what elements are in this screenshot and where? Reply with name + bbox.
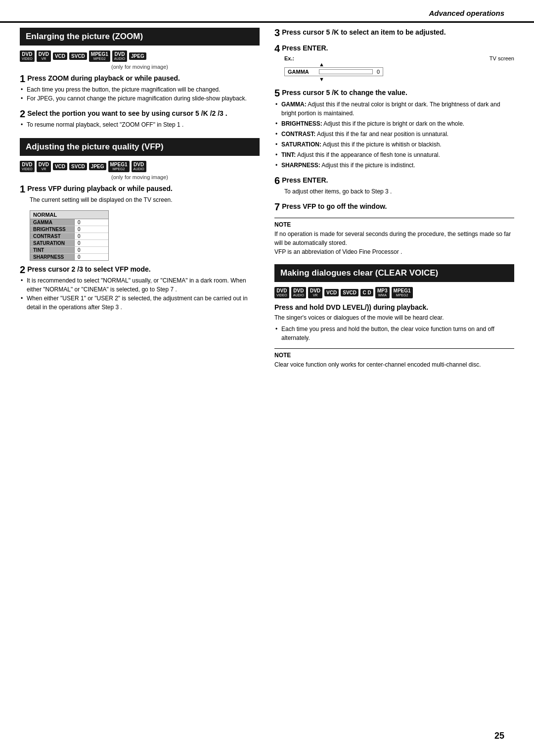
section-vfp-title: Adjusting the picture quality (VFP) bbox=[20, 138, 260, 156]
cv-note-section: NOTE Clear voice function only works for… bbox=[274, 348, 514, 369]
zoom-step2-num: 2 bbox=[20, 109, 25, 119]
zoom-step1-num: 1 bbox=[20, 74, 25, 84]
cv-badge-svcd: SVCD bbox=[341, 289, 358, 296]
cv-badge-dvd-audio: DVDAUDIO bbox=[291, 287, 306, 298]
cv-bullets: Each time you press and hold the button,… bbox=[274, 325, 514, 342]
cv-note-line-1: Clear voice function only works for cent… bbox=[274, 360, 514, 369]
zoom-step1-title: Press ZOOM during playback or while paus… bbox=[27, 74, 180, 83]
step5: 5 Press cursor 5 /K to change the value.… bbox=[274, 88, 514, 170]
badge-dvd-video: DVDVIDEO bbox=[20, 50, 35, 62]
vfp-badge-vcd: VCD bbox=[53, 163, 67, 170]
vfp-step1-body: The current setting will be displayed on… bbox=[30, 195, 260, 204]
right-column: 3 Press cursor 5 /K to select an item to… bbox=[274, 28, 514, 375]
step4-num: 4 bbox=[274, 44, 280, 53]
step7-num: 7 bbox=[274, 202, 280, 212]
zoom-badge-row: DVDVIDEO DVDVR VCD SVCD MPEG1MPEG2 DVDAU… bbox=[20, 50, 260, 62]
step7-title: Press VFP to go off the window. bbox=[282, 202, 387, 211]
note-line-2: VFP is an abbreviation of Video Fine Pro… bbox=[274, 247, 514, 256]
badge-svcd: SVCD bbox=[69, 52, 87, 60]
badge-mpeg1-2: MPEG1MPEG2 bbox=[89, 50, 110, 62]
detail-sharpness: SHARPNESS: Adjust this if the picture is… bbox=[274, 161, 514, 170]
zoom-bullet-2: For JPEG, you cannot change the picture … bbox=[20, 94, 260, 103]
zoom-step2-bullet-1: To resume normal playback, select "ZOOM … bbox=[20, 120, 260, 129]
note-line-1: If no operation is made for several seco… bbox=[274, 230, 514, 247]
section-zoom: Enlarging the picture (ZOOM) DVDVIDEO DV… bbox=[20, 28, 260, 129]
cv-badge-mp3-wma: MP3WMA bbox=[375, 287, 390, 298]
step5-num: 5 bbox=[274, 88, 280, 98]
section-vfp: Adjusting the picture quality (VFP) DVDV… bbox=[20, 138, 260, 312]
vfp-badge-mpeg1-2: MPEG1MPEG2 bbox=[108, 161, 130, 172]
zoom-bullet-1: Each time you press the button, the pict… bbox=[20, 85, 260, 94]
step5-title: Press cursor 5 /K to change the value. bbox=[282, 88, 407, 97]
badge-dvd-vr: DVDVR bbox=[37, 50, 51, 62]
vfp-badge-note: (only for moving image) bbox=[20, 174, 260, 180]
vfp-screen-title: NORMAL bbox=[30, 211, 108, 219]
vfp-step1-num: 1 bbox=[20, 184, 25, 194]
zoom-step2-title: Select the portion you want to see by us… bbox=[27, 109, 227, 118]
vfp-row-tint: TINT 0 bbox=[30, 247, 108, 254]
detail-contrast: CONTRAST: Adjust this if the far and nea… bbox=[274, 130, 514, 139]
vfp-step2-bullets: It is recommended to select "NORMAL" usu… bbox=[20, 276, 260, 312]
cv-badge-mpeg1-2: MPEG1MPEG2 bbox=[392, 287, 413, 298]
detail-brightness: BRIGHTNESS: Adjust this if the picture i… bbox=[274, 119, 514, 128]
vfp-row-brightness: BRIGHTNESS 0 bbox=[30, 226, 108, 233]
section-zoom-title: Enlarging the picture (ZOOM) bbox=[20, 28, 260, 46]
section-clear-voice-title: Making dialogues clear (CLEAR VOICE) bbox=[274, 264, 514, 282]
clear-voice-badge-row: DVDVIDEO DVDAUDIO DVDVR VCD SVCD C D MP3… bbox=[274, 287, 514, 298]
badge-vcd: VCD bbox=[53, 52, 67, 60]
step4-ex: Ex.: TV screen ▲ GAMMA 0 ▼ bbox=[284, 55, 514, 82]
vfp-step2: 2 Press cursor 2 /3 to select VFP mode. … bbox=[20, 265, 260, 312]
cv-badge-dvd-vr: DVDVR bbox=[308, 287, 322, 298]
zoom-step1: 1 Press ZOOM during playback or while pa… bbox=[20, 74, 260, 103]
detail-saturation: SATURATION: Adjust this if the picture i… bbox=[274, 140, 514, 149]
step3: 3 Press cursor 5 /K to select an item to… bbox=[274, 28, 514, 38]
vfp-row-contrast: CONTRAST 0 bbox=[30, 233, 108, 240]
zoom-step1-bullets: Each time you press the button, the pict… bbox=[20, 85, 260, 103]
vfp-row-sharpness: SHARPNESS 0 bbox=[30, 254, 108, 260]
tv-screen-label: TV screen bbox=[490, 55, 514, 61]
gamma-box: GAMMA 0 bbox=[284, 67, 383, 76]
step3-num: 3 bbox=[274, 28, 280, 38]
gamma-up-arrow: ▲ bbox=[284, 61, 514, 67]
badge-dvd-audio: DVDAUDIO bbox=[112, 50, 127, 62]
step6-title: Press ENTER. bbox=[282, 176, 328, 185]
cv-subsection-body: The singer's voices or dialogues of the … bbox=[274, 313, 514, 322]
vfp-step2-num: 2 bbox=[20, 265, 25, 275]
gamma-down-arrow: ▼ bbox=[284, 76, 514, 82]
cv-badge-cd: C D bbox=[360, 289, 373, 296]
note-section: NOTE If no operation is made for several… bbox=[274, 218, 514, 256]
cv-bullet-1: Each time you press and hold the button,… bbox=[274, 325, 514, 342]
detail-tint: TINT: Adjust this if the appearance of f… bbox=[274, 150, 514, 159]
vfp-step1-title: Press VFP during playback or while pause… bbox=[27, 184, 173, 193]
vfp-badge-dvd-vr: DVDVR bbox=[37, 161, 51, 172]
left-column: Enlarging the picture (ZOOM) DVDVIDEO DV… bbox=[20, 28, 260, 375]
vfp-badge-dvd-video: DVDVIDEO bbox=[20, 161, 35, 172]
zoom-step2: 2 Select the portion you want to see by … bbox=[20, 109, 260, 129]
cv-subsection-title: Press and hold DVD LEVEL/)) during playb… bbox=[274, 303, 514, 311]
section-clear-voice: Making dialogues clear (CLEAR VOICE) DVD… bbox=[274, 264, 514, 369]
header-title: Advanced operations bbox=[429, 9, 504, 17]
cv-note-title: NOTE bbox=[274, 352, 514, 359]
vfp-badge-svcd: SVCD bbox=[69, 163, 87, 170]
vfp-step2-bullet-1: It is recommended to select "NORMAL" usu… bbox=[20, 276, 260, 294]
cv-subsection: Press and hold DVD LEVEL/)) during playb… bbox=[274, 303, 514, 342]
gamma-label: GAMMA bbox=[288, 69, 315, 75]
step6: 6 Press ENTER. To adjust other items, go… bbox=[274, 176, 514, 196]
vfp-step2-title: Press cursor 2 /3 to select VFP mode. bbox=[27, 265, 151, 274]
zoom-badge-note: (only for moving image) bbox=[20, 64, 260, 70]
ex-label: Ex.: bbox=[284, 55, 294, 61]
page-header: Advanced operations bbox=[0, 0, 534, 23]
gamma-bar bbox=[319, 69, 373, 74]
note-title: NOTE bbox=[274, 221, 514, 228]
vfp-row-gamma: GAMMA 0 bbox=[30, 219, 108, 226]
vfp-badge-dvd-audio: DVDAUDIO bbox=[132, 161, 146, 172]
step5-details: GAMMA: Adjust this if the neutral color … bbox=[274, 100, 514, 170]
cv-badge-vcd: VCD bbox=[324, 289, 339, 296]
cv-badge-dvd-video: DVDVIDEO bbox=[274, 287, 289, 298]
step6-num: 6 bbox=[274, 176, 280, 186]
vfp-step1: 1 Press VFP during playback or while pau… bbox=[20, 184, 260, 204]
vfp-step2-bullet-2: When either "USER 1" or "USER 2" is sele… bbox=[20, 294, 260, 312]
badge-jpeg: JPEG bbox=[129, 52, 146, 60]
detail-gamma: GAMMA: Adjust this if the neutral color … bbox=[274, 100, 514, 118]
gamma-value: 0 bbox=[377, 69, 380, 75]
